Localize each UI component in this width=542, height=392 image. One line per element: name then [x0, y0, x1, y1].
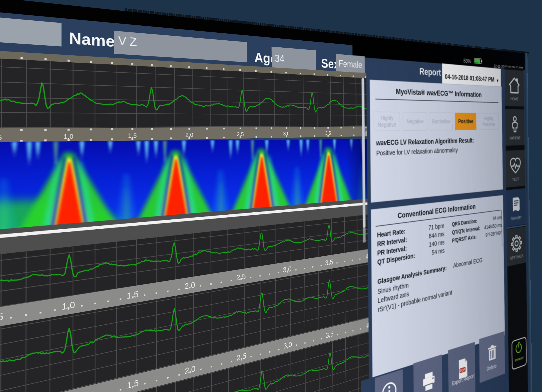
svg-text:3,5: 3,5	[325, 130, 331, 136]
svg-text:1,0: 1,0	[64, 133, 73, 140]
svg-text:3,0: 3,0	[283, 265, 292, 274]
svg-text:1,5: 1,5	[127, 378, 139, 390]
svg-text:0,5: 0,5	[0, 311, 3, 324]
svg-text:3,5: 3,5	[326, 330, 334, 340]
svg-text:2,0: 2,0	[185, 131, 193, 138]
svg-text:2,5: 2,5	[236, 272, 246, 282]
svg-text:3,0: 3,0	[283, 131, 290, 136]
svg-text:3,0: 3,0	[283, 340, 292, 350]
svg-text:1,0: 1,0	[62, 300, 75, 312]
svg-text:2,5: 2,5	[237, 351, 246, 362]
svg-text:3,5: 3,5	[325, 258, 333, 267]
svg-text:1,5: 1,5	[127, 289, 139, 301]
svg-text:2,5: 2,5	[237, 131, 244, 137]
svg-text:1,5: 1,5	[128, 132, 137, 139]
svg-text:0,5: 0,5	[0, 134, 2, 141]
svg-text:2,0: 2,0	[184, 280, 195, 291]
svg-text:2,0: 2,0	[185, 364, 195, 376]
